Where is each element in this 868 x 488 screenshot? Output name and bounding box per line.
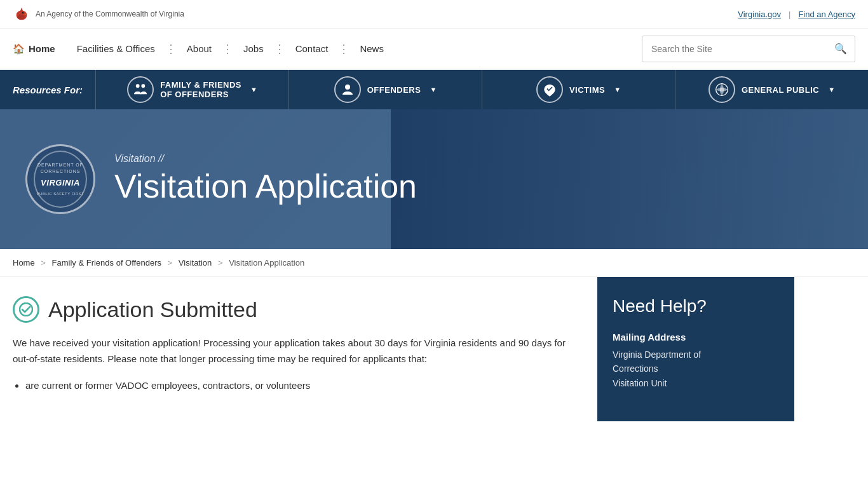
breadcrumb-sep-2: > bbox=[168, 258, 173, 268]
jobs-nav-label: Jobs bbox=[243, 43, 264, 54]
seal-inner: DEPARTMENT OF CORRECTIONS Virginia PUBLI… bbox=[34, 151, 87, 208]
top-divider: | bbox=[789, 10, 790, 19]
address-line1: Virginia Department of bbox=[613, 349, 701, 360]
resource-general-public[interactable]: GENERAL PUBLIC ▼ bbox=[675, 70, 868, 109]
mailing-address-label: Mailing Address bbox=[613, 332, 779, 342]
sidebar-address: Virginia Department of Corrections Visit… bbox=[613, 348, 779, 390]
general-public-icon bbox=[709, 76, 735, 103]
search-button[interactable]: 🔍 bbox=[827, 37, 855, 60]
search-input[interactable] bbox=[642, 39, 827, 59]
family-friends-icon bbox=[127, 76, 154, 103]
offenders-label: OFFENDERS bbox=[367, 85, 421, 95]
content-row: Application Submitted We have received y… bbox=[0, 277, 868, 421]
breadcrumb-sep-3: > bbox=[218, 258, 223, 268]
home-nav-link[interactable]: 🏠 Home bbox=[13, 43, 55, 55]
address-line2: Corrections bbox=[613, 363, 658, 374]
breadcrumb-current: Visitation Application bbox=[229, 258, 304, 268]
content-left: Application Submitted We have received y… bbox=[0, 277, 597, 421]
facilities-nav-item[interactable]: Facilities & Offices bbox=[68, 29, 164, 68]
svg-point-6 bbox=[136, 84, 140, 88]
contact-nav-label: Contact bbox=[295, 43, 329, 54]
agency-label: An Agency of the Commonwealth of Virgini… bbox=[36, 10, 184, 18]
nav-dots-4: ⋮ bbox=[337, 42, 351, 56]
offenders-icon bbox=[334, 76, 361, 103]
nav-dots-3: ⋮ bbox=[273, 42, 287, 56]
hero-text: Visitation // Visitation Application bbox=[114, 153, 417, 205]
cardinal-icon bbox=[13, 5, 31, 23]
about-nav-item[interactable]: About bbox=[178, 29, 220, 68]
top-bar: An Agency of the Commonwealth of Virgini… bbox=[0, 0, 868, 29]
contact-nav-item[interactable]: Contact bbox=[287, 29, 337, 68]
facilities-nav-label: Facilities & Offices bbox=[77, 43, 155, 54]
bullet-item-1: are current or former VADOC employees, c… bbox=[25, 377, 578, 394]
top-links: Virginia.gov | Find an Agency bbox=[738, 10, 855, 19]
hero-breadcrumb: Visitation // bbox=[114, 153, 417, 165]
family-friends-label: FAMILY & FRIENDSOF OFFENDERS bbox=[160, 80, 241, 99]
about-nav-label: About bbox=[187, 43, 212, 54]
family-chevron-icon: ▼ bbox=[250, 86, 257, 93]
success-title: Application Submitted bbox=[48, 297, 257, 322]
general-public-chevron-icon: ▼ bbox=[828, 86, 835, 93]
search-bar[interactable]: 🔍 bbox=[642, 36, 855, 62]
sidebar: Need Help? Mailing Address Virginia Depa… bbox=[597, 277, 794, 421]
nav-bar: 🏠 Home Facilities & Offices ⋮ About ⋮ Jo… bbox=[0, 29, 868, 70]
nav-dots-2: ⋮ bbox=[220, 42, 234, 56]
agency-info: An Agency of the Commonwealth of Virgini… bbox=[13, 5, 184, 23]
resources-label: Resources For: bbox=[0, 70, 95, 109]
home-icon: 🏠 bbox=[13, 43, 25, 55]
sidebar-title: Need Help? bbox=[613, 296, 779, 316]
victims-label: VICTIMS bbox=[569, 85, 605, 95]
svg-point-5 bbox=[17, 15, 24, 19]
svg-point-7 bbox=[142, 84, 146, 88]
news-nav-item[interactable]: News bbox=[351, 29, 393, 68]
virginia-gov-link[interactable]: Virginia.gov bbox=[738, 10, 781, 19]
hero-overlay bbox=[391, 109, 868, 249]
bullet-list: are current or former VADOC employees, c… bbox=[25, 377, 578, 394]
home-nav-label: Home bbox=[29, 43, 55, 54]
success-heading: Application Submitted bbox=[13, 296, 578, 323]
seal-bottom-text: PUBLIC SAFETY FIRST bbox=[36, 191, 84, 196]
hero-content: DEPARTMENT OF CORRECTIONS Virginia PUBLI… bbox=[25, 144, 417, 214]
svg-point-3 bbox=[22, 12, 24, 14]
find-agency-link[interactable]: Find an Agency bbox=[798, 10, 855, 19]
news-nav-label: News bbox=[360, 43, 384, 54]
offenders-chevron-icon: ▼ bbox=[430, 86, 437, 93]
seal-top-text: DEPARTMENT OF CORRECTIONS bbox=[35, 162, 86, 175]
success-check-icon bbox=[13, 296, 39, 323]
breadcrumb-bar: Home > Family & Friends of Offenders > V… bbox=[0, 249, 868, 277]
address-line3: Visitation Unit bbox=[613, 378, 667, 388]
resource-family[interactable]: FAMILY & FRIENDSOF OFFENDERS ▼ bbox=[95, 70, 288, 109]
resources-bar: Resources For: FAMILY & FRIENDSOF OFFEND… bbox=[0, 70, 868, 109]
search-icon: 🔍 bbox=[834, 43, 847, 54]
victims-icon bbox=[536, 76, 563, 103]
hero-section: DEPARTMENT OF CORRECTIONS Virginia PUBLI… bbox=[0, 109, 868, 249]
resource-offenders[interactable]: OFFENDERS ▼ bbox=[288, 70, 482, 109]
department-seal: DEPARTMENT OF CORRECTIONS Virginia PUBLI… bbox=[25, 144, 95, 214]
breadcrumb-home[interactable]: Home bbox=[13, 258, 35, 268]
hero-title: Visitation Application bbox=[114, 168, 417, 205]
seal-virginia-text: Virginia bbox=[41, 177, 80, 189]
nav-dots-1: ⋮ bbox=[164, 42, 178, 56]
resource-victims[interactable]: VICTIMS ▼ bbox=[482, 70, 675, 109]
breadcrumb-visitation[interactable]: Visitation bbox=[179, 258, 212, 268]
jobs-nav-item[interactable]: Jobs bbox=[234, 29, 273, 68]
general-public-label: GENERAL PUBLIC bbox=[742, 85, 819, 95]
page-below-hero: Home > Family & Friends of Offenders > V… bbox=[0, 249, 868, 421]
breadcrumb-sep-1: > bbox=[41, 258, 46, 268]
victims-chevron-icon: ▼ bbox=[614, 86, 621, 93]
svg-point-8 bbox=[345, 85, 350, 90]
main-body-text: We have received your visitation applica… bbox=[13, 336, 578, 367]
breadcrumb-family[interactable]: Family & Friends of Offenders bbox=[52, 258, 161, 268]
